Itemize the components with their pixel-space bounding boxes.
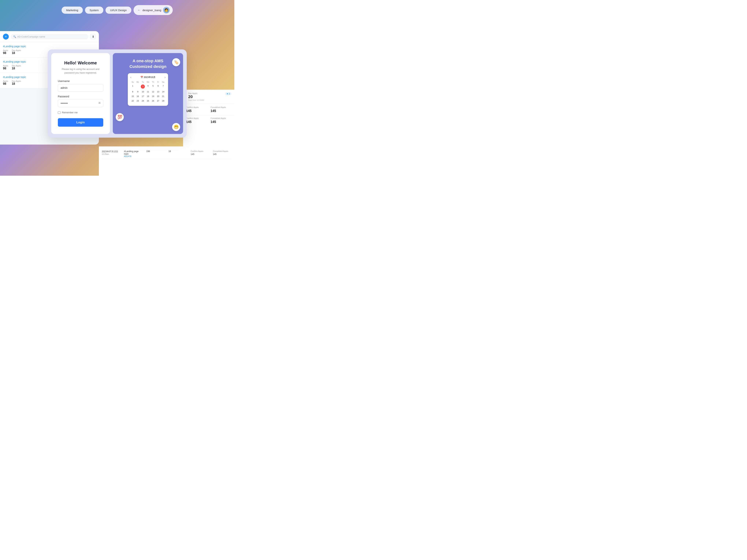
remember-label: Remember me bbox=[62, 111, 78, 114]
cal-day-11[interactable]: 11 bbox=[146, 90, 150, 94]
cal-day-27[interactable]: 27 bbox=[156, 99, 160, 103]
confirm-appts-label2: Confirm Appts bbox=[186, 117, 207, 119]
day-appts-stat: Day Appts 20 Start from 12:00AM ★ 2 bbox=[183, 90, 234, 104]
calendar-header: ‹ 📅 2023年10月 › bbox=[130, 76, 165, 79]
tag-badge: ★ 2 bbox=[225, 92, 231, 95]
password-input[interactable] bbox=[58, 99, 103, 107]
cal-day-16[interactable]: 16 bbox=[135, 94, 140, 99]
cal-day-18[interactable]: 18 bbox=[146, 94, 150, 99]
cal-header-mo: Mo bbox=[135, 81, 140, 83]
table-completed-col: Completed Appts 145 bbox=[213, 150, 231, 157]
login-title: Hello! Welcome bbox=[58, 60, 103, 65]
cal-day-21[interactable]: 21 bbox=[161, 94, 165, 99]
bottom-table-panel: 2023年07月12日 10:29am #Landing page topic … bbox=[99, 146, 234, 176]
table-code-link[interactable]: AD2478 bbox=[124, 155, 143, 157]
cal-day-22[interactable]: 22 bbox=[130, 99, 135, 103]
top-navigation: Marketing System UI/UX Design ← designer… bbox=[61, 5, 173, 15]
cal-day-5[interactable]: 5 bbox=[151, 84, 155, 89]
cal-prev-btn[interactable]: ‹ bbox=[130, 76, 131, 79]
cal-day-28[interactable]: 28 bbox=[161, 99, 165, 103]
remember-checkbox[interactable] bbox=[58, 111, 60, 114]
table-time: 10:29am bbox=[102, 153, 120, 155]
campaign-link-1[interactable]: #Landing page topic bbox=[3, 45, 96, 48]
password-label: Password bbox=[58, 95, 103, 98]
cal-day-8[interactable]: 8 bbox=[130, 90, 135, 94]
cal-header-sa: Sa bbox=[161, 81, 165, 83]
login-button[interactable]: Login bbox=[58, 118, 103, 127]
table-topic-col: #Landing page topic AD2478 bbox=[124, 150, 143, 157]
cal-header-tu: Tu bbox=[140, 81, 145, 83]
completed-appts-label2: Completed Appts bbox=[210, 117, 231, 119]
cal-header-su: Su bbox=[130, 81, 135, 83]
password-form-group: Password 👁 bbox=[58, 95, 103, 107]
promo-badge-top: 🏷️ bbox=[172, 58, 180, 66]
cal-day-empty bbox=[135, 84, 140, 89]
promo-title: A one-stop AMSCustomized design bbox=[117, 58, 179, 70]
day-appts-value-3: 18 bbox=[12, 82, 21, 85]
cal-header-fr: Fr bbox=[156, 81, 160, 83]
cal-header-th: Th bbox=[151, 81, 155, 83]
day-appts-label-3: Day Appts bbox=[12, 80, 21, 82]
nav-user-pill[interactable]: ← designer_tsang 🧑 bbox=[133, 5, 173, 15]
appts-value-3: 98 bbox=[3, 82, 8, 85]
day-appts-stat-value: 20 bbox=[188, 95, 224, 99]
table-completed: 145 bbox=[213, 153, 231, 156]
cal-day-10[interactable]: 10 bbox=[140, 90, 145, 94]
day-appts-label-1: Day Appts bbox=[12, 49, 21, 51]
table-topic: #Landing page topic bbox=[124, 150, 143, 155]
cal-day-24[interactable]: 24 bbox=[140, 99, 145, 103]
table-date: 2023年07月12日 bbox=[102, 150, 120, 153]
table-confirm: 145 bbox=[190, 153, 209, 156]
cal-day-23[interactable]: 23 bbox=[135, 99, 140, 103]
day-appts-value-2: 18 bbox=[12, 67, 21, 70]
username-input[interactable] bbox=[58, 84, 103, 92]
day-appts-value-1: 18 bbox=[12, 51, 21, 55]
completed-appts-value: 145 bbox=[210, 109, 231, 113]
search-icon: 🔍 bbox=[13, 35, 16, 38]
cal-day-6[interactable]: 6 bbox=[156, 84, 160, 89]
cal-day-14[interactable]: 14 bbox=[161, 90, 165, 94]
cal-day-7[interactable]: 7 bbox=[161, 84, 165, 89]
cal-day-19[interactable]: 19 bbox=[151, 94, 155, 99]
cal-day-4[interactable]: 4 bbox=[146, 84, 150, 89]
username-label: Username bbox=[58, 80, 103, 83]
completed-appts-label: Completed Appts bbox=[210, 106, 231, 108]
cal-day-17[interactable]: 17 bbox=[140, 94, 145, 99]
cal-day-20[interactable]: 20 bbox=[156, 94, 160, 99]
cal-next-btn[interactable]: › bbox=[164, 76, 165, 79]
completed-appts-value2: 145 bbox=[210, 120, 231, 124]
download-button[interactable]: ⬇ bbox=[90, 34, 96, 39]
table-confirm-label: Confirm Appts bbox=[190, 150, 209, 152]
promo-badge-smile: 😁 bbox=[172, 123, 180, 131]
add-button[interactable]: + bbox=[3, 34, 9, 39]
table-day-appts-col: 18 bbox=[169, 150, 187, 157]
cal-day-25[interactable]: 25 bbox=[146, 99, 150, 103]
right-bottom-stats: Confirm Appts 145 Completed Appts 145 bbox=[183, 104, 234, 115]
day-appts-sub: Start from 12:00AM bbox=[188, 99, 224, 101]
cal-day-15[interactable]: 15 bbox=[130, 94, 135, 99]
cal-month-label: 📅 2023年10月 bbox=[140, 76, 155, 79]
appts-label-2: Appts bbox=[3, 64, 8, 67]
calendar-grid: Su Mo Tu We Th Fr Sa 1 3 4 5 6 7 8 9 10 … bbox=[130, 81, 165, 103]
cal-day-26[interactable]: 26 bbox=[151, 99, 155, 103]
confirm-appts-value2: 145 bbox=[186, 120, 207, 124]
cal-day-1[interactable]: 1 bbox=[130, 84, 135, 89]
nav-marketing[interactable]: Marketing bbox=[61, 7, 83, 14]
promo-badge-100: 💯 bbox=[116, 113, 124, 121]
appts-value-1: 98 bbox=[3, 51, 8, 55]
cal-day-13[interactable]: 13 bbox=[156, 90, 160, 94]
appts-label-3: Appts bbox=[3, 80, 8, 82]
nav-uiux[interactable]: UI/UX Design bbox=[105, 7, 131, 14]
day-appts-label-2: Day Appts bbox=[12, 64, 21, 67]
promo-panel: A one-stop AMSCustomized design 🏷️ ‹ 📅 2… bbox=[113, 53, 183, 134]
day-appts-stat-label: Day Appts bbox=[188, 92, 224, 95]
search-bar[interactable]: 🔍 AD-Code/Campaign name bbox=[10, 34, 88, 39]
cal-day-12[interactable]: 12 bbox=[151, 90, 155, 94]
confirm-appts-label: Confirm Appts bbox=[186, 106, 207, 108]
nav-system[interactable]: System bbox=[85, 7, 103, 14]
avatar: 🧑 bbox=[163, 7, 170, 14]
cal-header-we: We bbox=[146, 81, 150, 83]
password-toggle-icon[interactable]: 👁 bbox=[98, 102, 101, 105]
cal-day-3-today[interactable]: 3 bbox=[140, 84, 145, 89]
cal-day-9[interactable]: 9 bbox=[135, 90, 140, 94]
